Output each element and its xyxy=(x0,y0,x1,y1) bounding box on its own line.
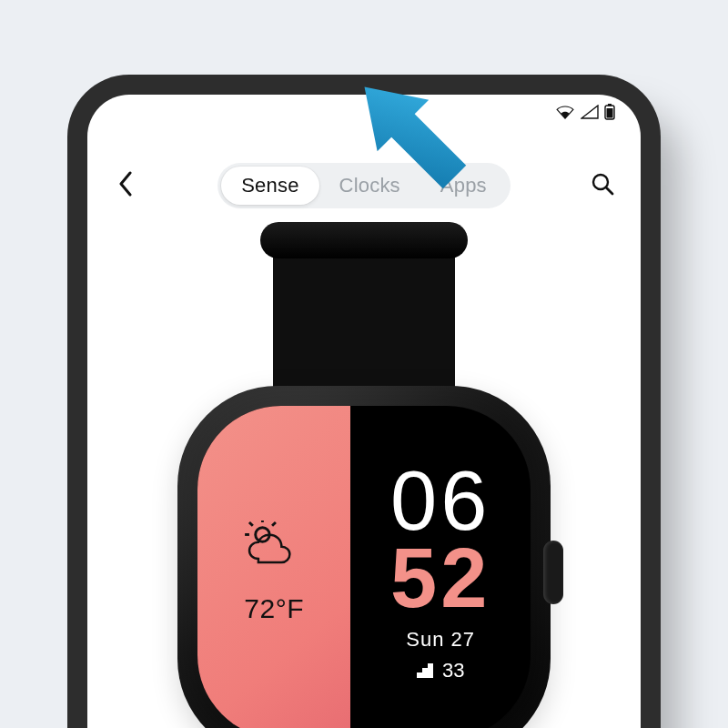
wifi-icon xyxy=(555,105,575,119)
search-button[interactable] xyxy=(584,167,621,204)
watch-display: 72°F 06 52 Sun 27 xyxy=(197,406,531,728)
watchface-temperature: 72°F xyxy=(244,593,304,624)
watch-side-button xyxy=(543,541,563,604)
tab-clocks[interactable]: Clocks xyxy=(319,167,420,205)
svg-rect-10 xyxy=(417,672,422,678)
svg-rect-1 xyxy=(608,104,612,106)
battery-icon xyxy=(604,104,615,120)
app-header: Sense Clocks Apps xyxy=(87,160,641,211)
phone-frame: Sense Clocks Apps xyxy=(67,75,661,728)
tab-bar: Sense Clocks Apps xyxy=(217,163,511,208)
device-preview[interactable]: 72°F 06 52 Sun 27 xyxy=(146,231,582,728)
svg-rect-12 xyxy=(428,663,433,678)
back-button[interactable] xyxy=(107,167,144,204)
watchface-weather-panel: 72°F xyxy=(197,406,350,728)
watch-case: 72°F 06 52 Sun 27 xyxy=(177,386,551,728)
svg-line-4 xyxy=(607,188,613,195)
stairs-icon xyxy=(417,663,435,678)
watchface-date: Sun 27 xyxy=(406,628,475,652)
signal-icon xyxy=(581,105,599,119)
status-bar xyxy=(555,104,615,120)
watchface-hours: 06 xyxy=(390,462,490,540)
svg-line-8 xyxy=(249,522,253,526)
tab-sense[interactable]: Sense xyxy=(221,167,318,205)
chevron-left-icon xyxy=(117,171,134,200)
search-icon xyxy=(591,172,614,199)
svg-rect-2 xyxy=(607,108,613,118)
watchface-steps: 33 xyxy=(417,659,464,682)
watchface-minutes: 52 xyxy=(390,540,490,617)
svg-line-9 xyxy=(272,522,276,526)
svg-rect-11 xyxy=(422,668,428,678)
watchface-steps-count: 33 xyxy=(442,659,464,682)
phone-screen: Sense Clocks Apps xyxy=(87,95,641,728)
weather-icon xyxy=(243,521,305,577)
watchface-time-panel: 06 52 Sun 27 xyxy=(350,406,531,728)
content-area: 72°F 06 52 Sun 27 xyxy=(87,231,641,728)
tab-apps[interactable]: Apps xyxy=(420,167,507,205)
